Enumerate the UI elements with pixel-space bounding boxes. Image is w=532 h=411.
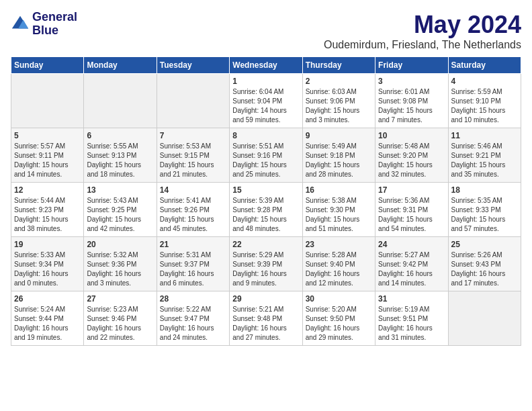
cell-content: Sunrise: 5:39 AM Sunset: 9:28 PM Dayligh…: [232, 196, 299, 234]
calendar-cell: 16Sunrise: 5:38 AM Sunset: 9:30 PM Dayli…: [302, 183, 375, 237]
calendar-table: SundayMondayTuesdayWednesdayThursdayFrid…: [11, 56, 521, 346]
day-number: 23: [306, 240, 372, 249]
calendar-cell: 13Sunrise: 5:43 AM Sunset: 9:25 PM Dayli…: [84, 183, 157, 237]
day-number: 2: [306, 77, 372, 86]
calendar-cell: 8Sunrise: 5:51 AM Sunset: 9:16 PM Daylig…: [230, 128, 302, 183]
cell-content: Sunrise: 5:36 AM Sunset: 9:31 PM Dayligh…: [378, 196, 445, 234]
calendar-cell: 26Sunrise: 5:24 AM Sunset: 9:44 PM Dayli…: [11, 291, 84, 346]
calendar-cell: 9Sunrise: 5:49 AM Sunset: 9:18 PM Daylig…: [302, 128, 375, 183]
cell-content: Sunrise: 5:38 AM Sunset: 9:30 PM Dayligh…: [306, 196, 372, 234]
cell-content: Sunrise: 5:28 AM Sunset: 9:40 PM Dayligh…: [306, 250, 372, 288]
day-number: 29: [232, 294, 299, 304]
cell-content: Sunrise: 5:43 AM Sunset: 9:25 PM Dayligh…: [87, 196, 153, 234]
calendar-cell: 30Sunrise: 5:20 AM Sunset: 9:50 PM Dayli…: [302, 291, 375, 346]
calendar-cell: 12Sunrise: 5:44 AM Sunset: 9:23 PM Dayli…: [11, 183, 84, 237]
cell-content: Sunrise: 6:04 AM Sunset: 9:04 PM Dayligh…: [232, 87, 299, 125]
location-subtitle: Oudemirdum, Friesland, The Netherlands: [324, 39, 521, 51]
cell-content: Sunrise: 5:48 AM Sunset: 9:20 PM Dayligh…: [378, 142, 445, 179]
day-number: 17: [378, 185, 445, 195]
calendar-cell: 23Sunrise: 5:28 AM Sunset: 9:40 PM Dayli…: [302, 237, 375, 291]
cell-content: Sunrise: 5:29 AM Sunset: 9:39 PM Dayligh…: [232, 250, 299, 288]
logo: General Blue: [11, 11, 77, 38]
day-number: 10: [378, 131, 445, 140]
cell-content: Sunrise: 5:59 AM Sunset: 9:10 PM Dayligh…: [451, 87, 518, 125]
day-number: 4: [451, 77, 518, 86]
calendar-cell: 15Sunrise: 5:39 AM Sunset: 9:28 PM Dayli…: [230, 183, 302, 237]
cell-content: Sunrise: 5:27 AM Sunset: 9:42 PM Dayligh…: [378, 250, 445, 288]
calendar-cell: 28Sunrise: 5:22 AM Sunset: 9:47 PM Dayli…: [157, 291, 229, 346]
calendar-cell: 24Sunrise: 5:27 AM Sunset: 9:42 PM Dayli…: [375, 237, 448, 291]
calendar-cell: 3Sunrise: 6:01 AM Sunset: 9:08 PM Daylig…: [375, 74, 448, 128]
day-number: 18: [451, 185, 518, 195]
cell-content: Sunrise: 5:33 AM Sunset: 9:34 PM Dayligh…: [14, 250, 81, 288]
day-number: 11: [451, 131, 518, 140]
day-number: 25: [451, 240, 518, 249]
day-number: 13: [87, 185, 153, 195]
day-number: 21: [160, 240, 226, 249]
calendar-cell: [84, 74, 157, 128]
cell-content: Sunrise: 5:21 AM Sunset: 9:48 PM Dayligh…: [232, 305, 299, 342]
calendar-cell: 5Sunrise: 5:57 AM Sunset: 9:11 PM Daylig…: [11, 128, 84, 183]
cell-content: Sunrise: 5:23 AM Sunset: 9:46 PM Dayligh…: [87, 305, 153, 342]
cell-content: Sunrise: 5:26 AM Sunset: 9:43 PM Dayligh…: [451, 250, 518, 288]
cell-content: Sunrise: 5:55 AM Sunset: 9:13 PM Dayligh…: [87, 142, 153, 179]
calendar-cell: 2Sunrise: 6:03 AM Sunset: 9:06 PM Daylig…: [302, 74, 375, 128]
cell-content: Sunrise: 5:35 AM Sunset: 9:33 PM Dayligh…: [451, 196, 518, 234]
cell-content: Sunrise: 5:49 AM Sunset: 9:18 PM Dayligh…: [306, 142, 372, 179]
day-number: 9: [306, 131, 372, 140]
day-number: 26: [14, 294, 81, 304]
day-number: 24: [378, 240, 445, 249]
weekday-header-saturday: Saturday: [448, 57, 521, 74]
day-number: 7: [160, 131, 226, 140]
calendar-cell: 29Sunrise: 5:21 AM Sunset: 9:48 PM Dayli…: [230, 291, 302, 346]
calendar-cell: [11, 74, 84, 128]
cell-content: Sunrise: 5:19 AM Sunset: 9:51 PM Dayligh…: [378, 305, 445, 342]
day-number: 28: [160, 294, 226, 304]
cell-content: Sunrise: 5:51 AM Sunset: 9:16 PM Dayligh…: [232, 142, 299, 179]
day-number: 19: [14, 240, 81, 249]
weekday-header-sunday: Sunday: [11, 57, 84, 74]
day-number: 22: [232, 240, 299, 249]
cell-content: Sunrise: 5:31 AM Sunset: 9:37 PM Dayligh…: [160, 250, 226, 288]
day-number: 30: [306, 294, 372, 304]
month-title: May 2024: [324, 11, 521, 39]
day-number: 6: [87, 131, 153, 140]
logo-icon: [11, 15, 30, 34]
day-number: 12: [14, 185, 81, 195]
calendar-cell: 19Sunrise: 5:33 AM Sunset: 9:34 PM Dayli…: [11, 237, 84, 291]
cell-content: Sunrise: 5:53 AM Sunset: 9:15 PM Dayligh…: [160, 142, 226, 179]
weekday-header-friday: Friday: [375, 57, 448, 74]
calendar-cell: 18Sunrise: 5:35 AM Sunset: 9:33 PM Dayli…: [448, 183, 521, 237]
calendar-cell: 4Sunrise: 5:59 AM Sunset: 9:10 PM Daylig…: [448, 74, 521, 128]
calendar-cell: 11Sunrise: 5:46 AM Sunset: 9:21 PM Dayli…: [448, 128, 521, 183]
day-number: 14: [160, 185, 226, 195]
weekday-header-tuesday: Tuesday: [157, 57, 229, 74]
calendar-cell: [157, 74, 229, 128]
cell-content: Sunrise: 6:01 AM Sunset: 9:08 PM Dayligh…: [378, 87, 445, 125]
calendar-cell: 7Sunrise: 5:53 AM Sunset: 9:15 PM Daylig…: [157, 128, 229, 183]
calendar-cell: 22Sunrise: 5:29 AM Sunset: 9:39 PM Dayli…: [230, 237, 302, 291]
calendar-cell: 6Sunrise: 5:55 AM Sunset: 9:13 PM Daylig…: [84, 128, 157, 183]
calendar-cell: 10Sunrise: 5:48 AM Sunset: 9:20 PM Dayli…: [375, 128, 448, 183]
calendar-cell: 21Sunrise: 5:31 AM Sunset: 9:37 PM Dayli…: [157, 237, 229, 291]
cell-content: Sunrise: 5:32 AM Sunset: 9:36 PM Dayligh…: [87, 250, 153, 288]
day-number: 20: [87, 240, 153, 249]
day-number: 15: [232, 185, 299, 195]
calendar-cell: 25Sunrise: 5:26 AM Sunset: 9:43 PM Dayli…: [448, 237, 521, 291]
cell-content: Sunrise: 5:57 AM Sunset: 9:11 PM Dayligh…: [14, 142, 81, 179]
page-header: General Blue May 2024 Oudemirdum, Friesl…: [11, 11, 521, 51]
day-number: 8: [232, 131, 299, 140]
cell-content: Sunrise: 5:46 AM Sunset: 9:21 PM Dayligh…: [451, 142, 518, 179]
day-number: 27: [87, 294, 153, 304]
day-number: 3: [378, 77, 445, 86]
calendar-cell: 17Sunrise: 5:36 AM Sunset: 9:31 PM Dayli…: [375, 183, 448, 237]
calendar-cell: 27Sunrise: 5:23 AM Sunset: 9:46 PM Dayli…: [84, 291, 157, 346]
day-number: 5: [14, 131, 81, 140]
calendar-cell: 1Sunrise: 6:04 AM Sunset: 9:04 PM Daylig…: [230, 74, 302, 128]
day-number: 16: [306, 185, 372, 195]
cell-content: Sunrise: 5:20 AM Sunset: 9:50 PM Dayligh…: [306, 305, 372, 342]
calendar-cell: 31Sunrise: 5:19 AM Sunset: 9:51 PM Dayli…: [375, 291, 448, 346]
weekday-header-monday: Monday: [84, 57, 157, 74]
calendar-cell: 14Sunrise: 5:41 AM Sunset: 9:26 PM Dayli…: [157, 183, 229, 237]
day-number: 31: [378, 294, 445, 304]
